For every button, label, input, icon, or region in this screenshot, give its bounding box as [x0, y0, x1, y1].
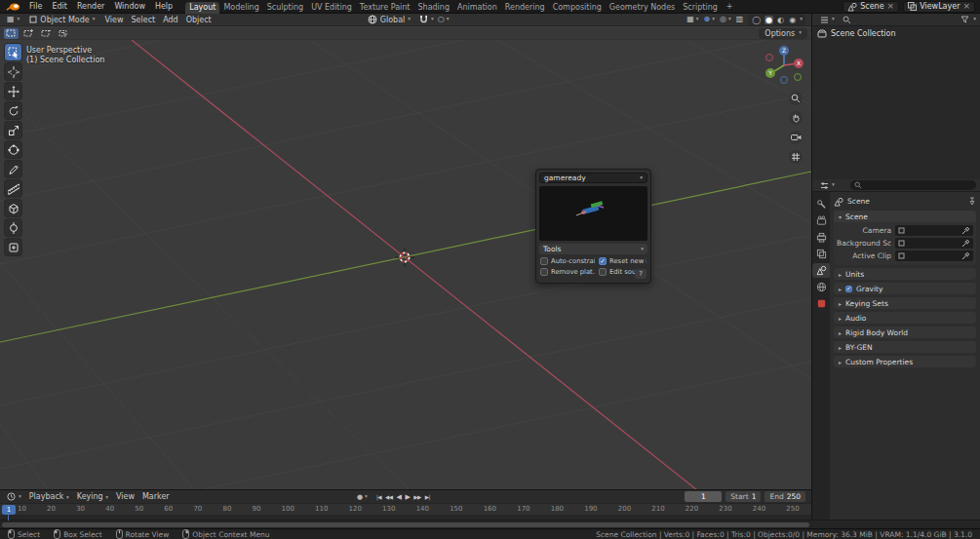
- annotate-tool[interactable]: [5, 161, 21, 177]
- shading-material-button[interactable]: ◐: [776, 16, 785, 24]
- operator-checkbox[interactable]: ✓ Auto-constrain: [540, 257, 595, 265]
- eyedropper-icon[interactable]: [961, 251, 970, 260]
- checkbox-icon[interactable]: ✓: [599, 268, 607, 276]
- object-visibility-dropdown[interactable]: ▦▾: [686, 16, 698, 23]
- workspace-tab[interactable]: Texture Paint: [356, 2, 414, 14]
- add-cube-tool[interactable]: [5, 200, 21, 216]
- move-tool[interactable]: [5, 83, 21, 99]
- checkbox-icon[interactable]: ✓: [540, 257, 548, 265]
- rotate-tool[interactable]: [5, 102, 21, 119]
- id-pointer-field[interactable]: [895, 225, 973, 236]
- playhead[interactable]: 1: [2, 505, 16, 515]
- shading-wireframe-button[interactable]: ◯: [751, 16, 762, 24]
- timeline-ruler[interactable]: 1020304050607080901001101201301401501601…: [0, 503, 811, 515]
- shading-rendered-button[interactable]: ◉: [788, 16, 797, 24]
- workspace-tab[interactable]: UV Editing: [307, 2, 356, 14]
- gizmos-toggle[interactable]: ⊕▾: [704, 16, 715, 23]
- properties-section[interactable]: ▸ ✓ Audio: [834, 312, 976, 324]
- tab-object[interactable]: [812, 296, 830, 311]
- scene-selector[interactable]: Scene ×: [843, 1, 899, 13]
- outliner-filter-icon[interactable]: [960, 16, 969, 23]
- workspace-tab[interactable]: Shading: [413, 2, 453, 14]
- viewport-menu[interactable]: Select: [127, 16, 159, 24]
- id-pointer-field[interactable]: [895, 238, 973, 249]
- workspace-tab[interactable]: Animation: [453, 2, 501, 14]
- eyedropper-icon[interactable]: [961, 226, 970, 235]
- workspace-tab[interactable]: Layout: [185, 2, 219, 14]
- outliner-editor-dropdown[interactable]: ▾: [816, 14, 839, 25]
- overlays-toggle[interactable]: ◎▾: [720, 16, 731, 23]
- workspace-tab[interactable]: Compositing: [549, 2, 606, 14]
- operator-checkbox[interactable]: ✓ Remove plat...: [540, 268, 595, 276]
- workspace-tab[interactable]: Sculpting: [263, 2, 307, 14]
- select-mode-intersect-button[interactable]: [57, 28, 71, 39]
- select-mode-subtract-button[interactable]: [39, 28, 54, 39]
- next-keyframe-button[interactable]: ▶▶: [413, 494, 420, 500]
- measure-tool[interactable]: [5, 180, 21, 197]
- editor-type-dropdown[interactable]: ▦▾: [3, 14, 23, 25]
- auto-keying-button[interactable]: ●▾: [357, 490, 368, 503]
- perspective-toggle-icon[interactable]: [789, 150, 803, 164]
- viewport-menu[interactable]: Object: [182, 16, 216, 24]
- checkbox-icon[interactable]: ✓: [599, 257, 607, 265]
- blender-logo-icon[interactable]: [0, 2, 24, 12]
- unlink-scene-button[interactable]: ×: [887, 2, 895, 11]
- operator-checkbox[interactable]: ✓ Reset new insta...: [599, 257, 647, 265]
- navigation-gizmo[interactable]: Z X Y: [762, 43, 806, 88]
- jump-start-button[interactable]: |◀: [376, 494, 381, 500]
- outliner-search-icon[interactable]: [843, 16, 851, 24]
- play-button[interactable]: ▶: [405, 493, 410, 501]
- remove-viewlayer-button[interactable]: ×: [962, 2, 970, 11]
- zoom-icon[interactable]: [789, 92, 803, 105]
- viewlayer-selector[interactable]: ViewLayer ×: [903, 1, 975, 13]
- properties-section[interactable]: ▸ ✓ BY-GEN: [834, 341, 976, 353]
- workspace-tab[interactable]: Scripting: [679, 2, 722, 14]
- select-box-tool[interactable]: [5, 44, 21, 60]
- viewport-menu[interactable]: View: [101, 16, 128, 24]
- section-checkbox[interactable]: ✓: [845, 286, 852, 292]
- keying-menu[interactable]: Keying ▾: [73, 492, 112, 501]
- preset-dropdown[interactable]: gameready ▾: [539, 173, 647, 183]
- timeline-scrollbar[interactable]: [0, 520, 980, 528]
- checkbox-icon[interactable]: ✓: [540, 268, 548, 276]
- transform-tool[interactable]: [5, 141, 21, 158]
- tab-view-layer[interactable]: [812, 247, 830, 261]
- play-reverse-button[interactable]: ◀: [397, 493, 402, 501]
- select-mode-extend-button[interactable]: [21, 28, 36, 39]
- topbar-menu[interactable]: Help: [150, 2, 177, 11]
- viewport-grid[interactable]: [0, 40, 811, 489]
- workspace-tab[interactable]: Rendering: [501, 2, 549, 14]
- tab-output[interactable]: [812, 230, 830, 245]
- eyedropper-icon[interactable]: [961, 239, 970, 248]
- addon-tool-2[interactable]: [5, 239, 21, 255]
- timeline-editor-dropdown[interactable]: ▾: [3, 491, 25, 503]
- scrollbar-thumb[interactable]: [2, 522, 809, 527]
- topbar-menu[interactable]: File: [24, 2, 47, 11]
- cursor-tool[interactable]: [5, 63, 21, 80]
- viewport-menu[interactable]: Add: [159, 16, 182, 24]
- camera-view-icon[interactable]: [789, 131, 803, 144]
- workspace-tab[interactable]: Modeling: [219, 2, 262, 14]
- view-menu[interactable]: View: [112, 492, 138, 501]
- shading-dropdown-icon[interactable]: ▾: [800, 17, 803, 22]
- orientation-dropdown[interactable]: Global ▾: [364, 14, 414, 25]
- operator-panel[interactable]: gameready ▾ Tools ▾ ✓ Aut: [535, 169, 651, 284]
- topbar-menu[interactable]: Edit: [47, 2, 72, 11]
- outliner-filter-dropdown-icon[interactable]: ▾: [973, 17, 976, 22]
- xray-toggle[interactable]: ▥: [736, 16, 744, 23]
- snap-toggle[interactable]: ▾: [418, 15, 434, 24]
- addon-tool-1[interactable]: [5, 219, 21, 236]
- help-button[interactable]: ?: [635, 269, 647, 279]
- pan-hand-icon[interactable]: [789, 111, 803, 125]
- options-dropdown[interactable]: Options▾: [759, 28, 807, 39]
- tab-scene[interactable]: [812, 263, 830, 278]
- end-frame-field[interactable]: End250: [764, 491, 805, 502]
- current-frame-field[interactable]: 1: [685, 491, 722, 502]
- viewport-3d[interactable]: ▦▾ Object Mode ▾ ViewSelectAddObject Glo…: [0, 14, 811, 489]
- properties-section[interactable]: ▸ ✓ Keying Sets: [834, 297, 976, 309]
- shading-solid-button[interactable]: ●: [764, 16, 773, 24]
- properties-section[interactable]: ▸ ✓ Rigid Body World: [834, 327, 976, 338]
- properties-section[interactable]: ▸ ✓ Gravity: [834, 283, 976, 294]
- id-pointer-field[interactable]: [895, 250, 973, 261]
- pin-icon[interactable]: [968, 197, 976, 206]
